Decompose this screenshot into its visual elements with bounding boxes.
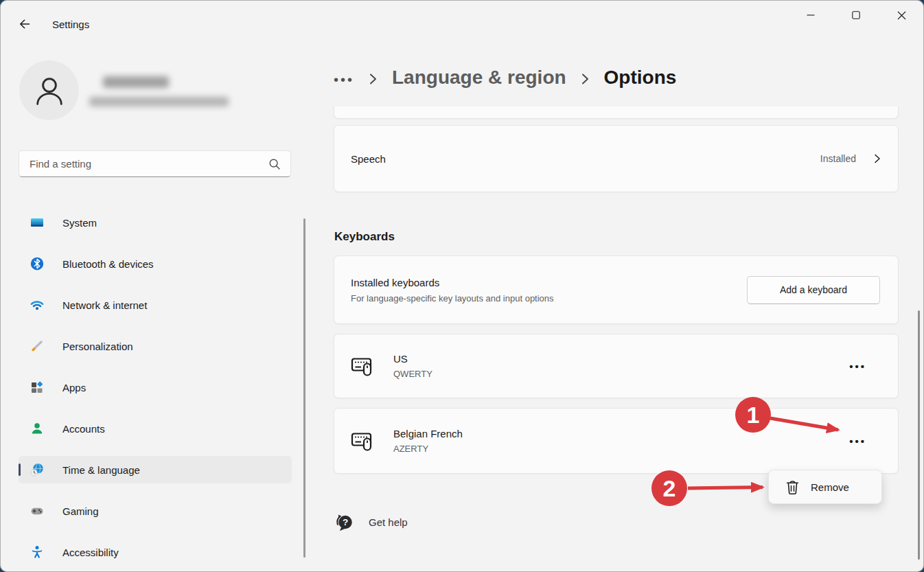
keyboards-section-header: Keyboards <box>334 230 395 244</box>
sidebar-item-label: Gaming <box>62 505 99 517</box>
breadcrumb: ••• Language & region Options <box>334 60 676 95</box>
speech-status: Installed <box>820 153 856 164</box>
chevron-right-icon <box>368 69 378 87</box>
selected-indicator <box>19 464 21 476</box>
time-language-icon <box>30 463 44 477</box>
add-keyboard-button[interactable]: Add a keyboard <box>747 276 880 304</box>
sidebar-item-gaming[interactable]: Gaming <box>19 497 292 525</box>
keyboard-mouse-icon <box>351 354 376 378</box>
annotation-number-2: 2 <box>663 475 676 501</box>
maximize-icon <box>852 11 860 19</box>
accessibility-icon <box>30 545 44 559</box>
sidebar-item-accessibility[interactable]: Accessibility <box>19 538 292 566</box>
partial-card <box>334 106 899 119</box>
sidebar-item-time-language[interactable]: Time & language <box>19 456 292 483</box>
sidebar-scrollbar[interactable] <box>303 218 305 558</box>
sidebar-item-label: System <box>62 217 97 229</box>
breadcrumb-language-region[interactable]: Language & region <box>392 67 566 89</box>
user-email-redacted <box>89 97 229 106</box>
personalization-icon <box>30 339 44 353</box>
speech-row[interactable]: Speech Installed <box>334 125 899 192</box>
settings-window: Settings System <box>0 0 924 572</box>
breadcrumb-more-button[interactable]: ••• <box>334 68 354 88</box>
breadcrumb-options: Options <box>604 67 677 89</box>
chevron-right-icon <box>580 69 590 87</box>
close-icon <box>897 11 906 20</box>
sidebar-item-network-internet[interactable]: Network & internet <box>19 291 292 319</box>
minimize-button[interactable] <box>788 1 833 30</box>
get-help-link[interactable]: ? Get help <box>334 512 408 533</box>
installed-keyboards-title: Installed keyboards <box>351 277 554 288</box>
search-box <box>19 150 291 177</box>
remove-menu-item[interactable]: Remove <box>768 470 882 504</box>
get-help-label: Get help <box>369 516 408 528</box>
keyboard-name: Belgian French <box>393 428 463 439</box>
trash-icon <box>785 479 800 495</box>
bluetooth-icon <box>30 257 44 271</box>
accounts-icon <box>30 422 44 435</box>
sidebar-item-label: Accessibility <box>62 547 119 558</box>
sidebar-item-bluetooth-devices[interactable]: Bluetooth & devices <box>19 250 292 277</box>
sidebar-item-apps[interactable]: Apps <box>19 374 292 401</box>
installed-keyboards-row: Installed keyboards For language-specifi… <box>334 255 899 324</box>
sidebar-item-label: Apps <box>62 382 86 393</box>
minimize-icon <box>807 11 815 19</box>
back-button[interactable] <box>11 11 38 37</box>
more-options-button-us[interactable]: ••• <box>845 356 870 376</box>
speech-label: Speech <box>351 153 386 165</box>
user-avatar[interactable] <box>19 60 79 120</box>
sidebar-item-label: Bluetooth & devices <box>62 258 154 270</box>
sidebar-item-label: Accounts <box>62 423 105 435</box>
sidebar-item-accounts[interactable]: Accounts <box>19 415 292 442</box>
sidebar-item-label: Time & language <box>62 464 140 476</box>
keyboard-row-belgian-french: Belgian French AZERTY ••• <box>334 408 899 474</box>
sidebar-item-label: Network & internet <box>62 299 147 311</box>
sidebar-item-system[interactable]: System <box>19 209 292 236</box>
app-title: Settings <box>52 19 89 30</box>
keyboard-mouse-icon <box>351 429 376 453</box>
system-icon <box>30 216 44 229</box>
back-arrow-icon <box>18 17 32 31</box>
help-icon: ? <box>334 512 355 533</box>
main-scrollbar[interactable] <box>918 310 920 560</box>
network-icon <box>30 298 44 312</box>
search-input[interactable] <box>28 157 268 170</box>
keyboard-name: US <box>393 353 432 365</box>
chevron-right-icon <box>873 152 881 165</box>
svg-text:?: ? <box>343 517 348 527</box>
keyboard-layout: AZERTY <box>393 444 463 454</box>
apps-icon <box>30 380 44 394</box>
keyboard-row-us: US QWERTY ••• <box>334 334 899 398</box>
gaming-icon <box>30 504 44 518</box>
window-controls <box>788 1 924 30</box>
user-name-redacted <box>103 76 169 88</box>
annotation-step-2: 2 <box>651 470 763 506</box>
keyboard-layout: QWERTY <box>393 369 432 379</box>
sidebar-item-personalization[interactable]: Personalization <box>19 332 292 360</box>
close-button[interactable] <box>879 1 924 30</box>
search-icon <box>268 158 281 170</box>
remove-label: Remove <box>811 481 849 493</box>
more-options-button-belgian-french[interactable]: ••• <box>845 431 870 451</box>
maximize-button[interactable] <box>833 1 879 30</box>
installed-keyboards-subtitle: For language-specific key layouts and in… <box>351 293 554 304</box>
sidebar-item-label: Personalization <box>62 341 133 352</box>
person-icon <box>28 69 71 112</box>
sidebar-nav: System Bluetooth & devices Network & int… <box>19 209 292 572</box>
